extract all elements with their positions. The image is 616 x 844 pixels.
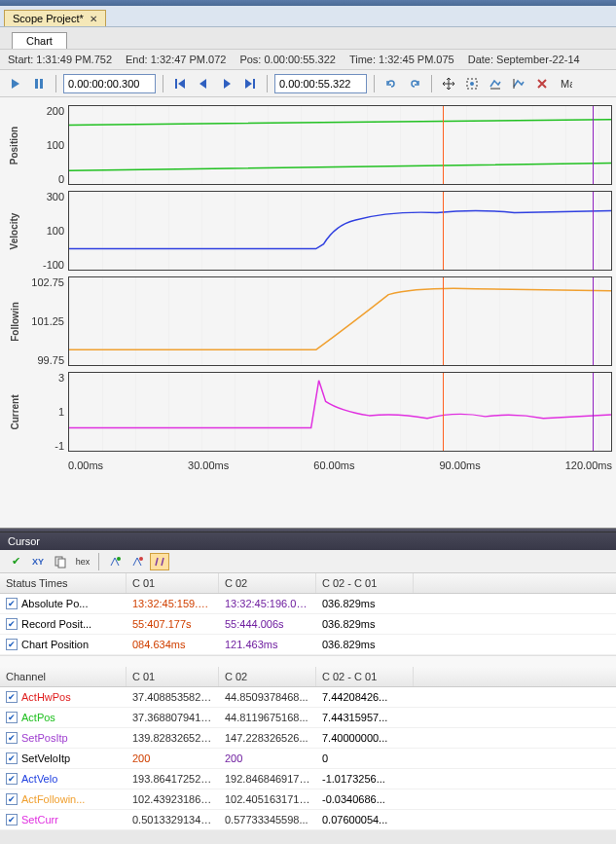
column-header[interactable]: C 02 - C 01 xyxy=(316,573,414,593)
zoom-x-button[interactable] xyxy=(486,74,505,93)
separator xyxy=(431,75,432,92)
redo-button[interactable] xyxy=(405,74,424,93)
y-axis-ticks: 31-1 xyxy=(25,372,68,452)
table-row[interactable]: ✔ActVelo193.864172527...192.84684691784-… xyxy=(0,769,616,789)
table-row[interactable]: ✔Absolute Po...13:32:45:159.00...13:32:4… xyxy=(0,594,616,614)
plot-area[interactable] xyxy=(68,276,612,366)
diff-value: 036.829ms xyxy=(316,637,414,652)
check-icon[interactable]: ✔ xyxy=(6,553,25,570)
cursor-c02[interactable] xyxy=(593,277,594,365)
svg-rect-8 xyxy=(58,559,65,568)
y-axis-ticks: 102.75101.2599.75 xyxy=(25,276,68,366)
table-row[interactable]: ✔SetCurr0.50133291349...0.57733345598...… xyxy=(0,810,616,830)
zoom-fit-button[interactable] xyxy=(462,74,482,93)
skip-start-button[interactable] xyxy=(170,74,190,93)
cursor-pair-button[interactable] xyxy=(150,553,169,570)
plot-area[interactable] xyxy=(68,372,612,452)
xy-mode-button[interactable]: XY xyxy=(28,553,48,570)
table-row[interactable]: ✔ActPos37.3688079415...44.8119675168...7… xyxy=(0,708,616,728)
table-row[interactable]: ✔Record Posit...55:407.177s55:444.006s03… xyxy=(0,614,616,635)
copy-button[interactable] xyxy=(51,553,70,570)
checkbox[interactable]: ✔ xyxy=(6,773,18,785)
plot-area[interactable] xyxy=(68,105,612,185)
column-header[interactable]: Status Times xyxy=(0,573,127,593)
table-row[interactable]: ✔SetVeloItp2002000 xyxy=(0,749,616,769)
c02-value: 200 xyxy=(219,751,316,766)
c02-value: 13:32:45:196.00... xyxy=(219,596,316,611)
column-header[interactable]: Channel xyxy=(0,667,127,686)
row-name: ActHwPos xyxy=(21,691,71,703)
cursor-del-button[interactable] xyxy=(127,553,147,570)
separator xyxy=(55,75,56,92)
diff-value: 0 xyxy=(316,751,414,766)
diff-value: 036.829ms xyxy=(316,596,414,611)
skip-end-button[interactable] xyxy=(240,74,260,93)
grid-header: Status TimesC 01C 02C 02 - C 01 xyxy=(0,573,616,594)
table-row[interactable]: ✔ActFollowin...102.439231866...102.40516… xyxy=(0,789,616,810)
zoom-y-button[interactable] xyxy=(509,74,528,93)
time-step-input[interactable] xyxy=(63,74,156,93)
close-icon[interactable]: ✕ xyxy=(90,14,97,24)
clear-button[interactable] xyxy=(532,74,552,93)
step-back-button[interactable] xyxy=(194,74,213,93)
plot-area[interactable] xyxy=(68,191,612,271)
step-fwd-button[interactable] xyxy=(217,74,236,93)
c01-value: 102.439231866... xyxy=(127,791,219,807)
y-axis-label: Position xyxy=(4,105,25,185)
c02-value: 44.8509378468... xyxy=(219,689,316,705)
checkbox[interactable]: ✔ xyxy=(6,732,18,744)
tab-chart[interactable]: Chart xyxy=(12,32,67,49)
time-label: Time: xyxy=(349,54,376,65)
c01-value: 084.634ms xyxy=(127,637,219,652)
cursor-new-button[interactable] xyxy=(105,553,125,570)
row-name: SetCurr xyxy=(21,814,58,826)
checkbox[interactable]: ✔ xyxy=(6,639,18,650)
checkbox[interactable]: ✔ xyxy=(6,793,18,805)
cursor-c01[interactable] xyxy=(443,277,444,365)
subtab-label: Chart xyxy=(26,35,53,47)
pan-button[interactable] xyxy=(439,74,458,93)
separator xyxy=(163,75,163,92)
channel-grid: ChannelC 01C 02C 02 - C 01✔ActHwPos37.40… xyxy=(0,667,616,830)
column-header[interactable]: C 01 xyxy=(127,573,219,593)
cursor-c02[interactable] xyxy=(593,192,594,270)
time-value: 1:32:45 PM.075 xyxy=(379,54,454,65)
checkbox[interactable]: ✔ xyxy=(6,618,18,630)
table-row[interactable]: ✔SetPosItp139.828326526...147.228326526.… xyxy=(0,728,616,749)
c02-value: 147.228326526... xyxy=(219,730,316,746)
table-row[interactable]: ✔Chart Position084.634ms121.463ms036.829… xyxy=(0,635,616,655)
y-axis-ticks: 2001000 xyxy=(25,105,68,185)
chart-panel-velocity: Velocity300100-100 xyxy=(4,191,612,271)
checkbox[interactable]: ✔ xyxy=(6,712,18,723)
cursor-c02[interactable] xyxy=(593,106,594,184)
svg-text:Max: Max xyxy=(561,78,572,90)
undo-button[interactable] xyxy=(381,74,401,93)
cursor-c02[interactable] xyxy=(593,373,594,451)
row-name-cell: ✔Absolute Po... xyxy=(0,596,127,611)
c02-value: 44.8119675168... xyxy=(219,710,316,725)
diff-value: 0.07600054... xyxy=(316,812,414,827)
max-button[interactable]: Max xyxy=(556,74,575,93)
checkbox[interactable]: ✔ xyxy=(6,691,18,703)
cursor-c01[interactable] xyxy=(443,373,444,451)
cursor-c01[interactable] xyxy=(443,192,444,270)
play-button[interactable] xyxy=(6,74,25,93)
grid-header: ChannelC 01C 02C 02 - C 01 xyxy=(0,667,616,687)
cursor-c01[interactable] xyxy=(443,106,444,184)
pos-value: 0.00:00:55.322 xyxy=(264,54,335,65)
pause-button[interactable] xyxy=(29,74,49,93)
column-header[interactable]: C 01 xyxy=(127,667,219,686)
table-row[interactable]: ✔ActHwPos37.4088535824...44.8509378468..… xyxy=(0,687,616,708)
hex-button[interactable]: hex xyxy=(73,553,92,570)
separator xyxy=(98,553,99,570)
y-axis-ticks: 300100-100 xyxy=(25,191,68,271)
column-header[interactable]: C 02 xyxy=(219,573,316,593)
tab-scope-project[interactable]: Scope Project* ✕ xyxy=(4,10,106,26)
checkbox[interactable]: ✔ xyxy=(6,598,18,609)
row-name-cell: ✔ActFollowin... xyxy=(0,791,127,807)
checkbox[interactable]: ✔ xyxy=(6,814,18,826)
column-header[interactable]: C 02 - C 01 xyxy=(316,667,414,686)
checkbox[interactable]: ✔ xyxy=(6,752,18,764)
position-input[interactable] xyxy=(274,74,367,93)
column-header[interactable]: C 02 xyxy=(219,667,316,686)
